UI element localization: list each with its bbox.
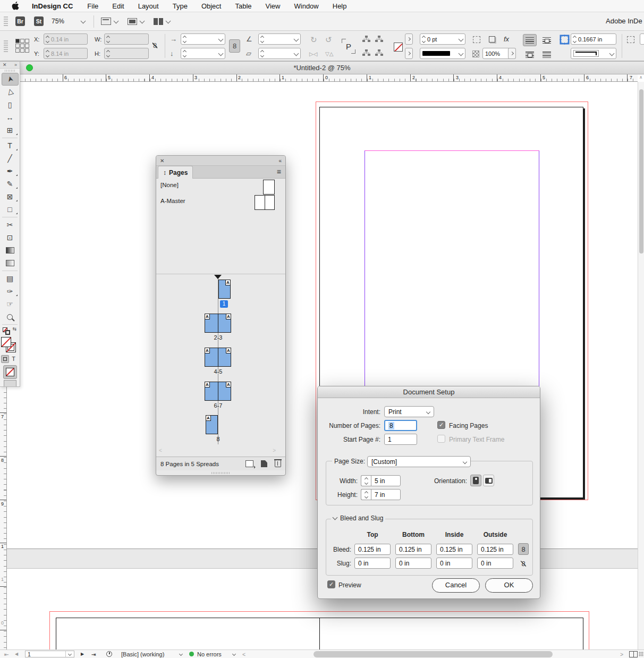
flip-vertical-icon[interactable]: ▽△ <box>325 51 333 57</box>
formatting-affects-text-button[interactable]: T <box>12 356 15 362</box>
pages-panel-menu-icon[interactable]: ≡ <box>277 167 281 176</box>
apply-none-button[interactable] <box>3 365 17 379</box>
page-size-dropdown[interactable]: [Custom] <box>367 456 471 467</box>
app-menu-indesign[interactable]: InDesign CC <box>24 2 80 10</box>
height-field[interactable]: 7 in <box>371 489 401 500</box>
rotate-cw-icon[interactable]: ↻ <box>310 35 317 45</box>
pages-panel-titlebar[interactable]: ✕ « <box>156 156 285 166</box>
menu-help[interactable]: Help <box>326 2 354 10</box>
frame-fitting-proxy[interactable] <box>561 36 568 43</box>
number-of-pages-field[interactable]: 8 <box>384 420 417 431</box>
stroke-weight-stepper[interactable] <box>422 36 425 43</box>
free-transform-tool[interactable]: ⊡ <box>2 231 19 244</box>
menu-object[interactable]: Object <box>194 2 228 10</box>
spread-6-7-label[interactable]: 6-7 <box>156 402 280 409</box>
apple-icon[interactable] <box>12 2 19 10</box>
delete-page-icon[interactable] <box>275 460 281 467</box>
menu-table[interactable]: Table <box>228 2 258 10</box>
bleed-slug-legend[interactable]: Bleed and Slug <box>331 514 385 522</box>
gap-stepper[interactable] <box>573 36 576 43</box>
cancel-button[interactable]: Cancel <box>432 578 480 593</box>
tools-panel-grip[interactable] <box>0 69 20 73</box>
rotate-ccw-icon[interactable]: ↺ <box>325 35 332 45</box>
distribute-vertical-icon[interactable] <box>362 49 370 56</box>
tools-expand-icon[interactable]: » <box>14 62 17 68</box>
screen-mode-button[interactable] <box>4 380 16 386</box>
h-stepper[interactable] <box>107 50 109 57</box>
corner-style-dropdown[interactable] <box>571 48 616 59</box>
distribute-horizontal-icon[interactable] <box>375 49 383 56</box>
next-page-icon[interactable]: ▶ <box>81 651 84 657</box>
corner-options-icon[interactable] <box>473 36 480 43</box>
preview-checkbox[interactable]: ✓ <box>327 580 335 588</box>
formatting-affects-container-button[interactable] <box>1 355 9 363</box>
page-number-field[interactable]: 1 <box>25 651 74 657</box>
width-field[interactable]: 5 in <box>371 475 401 486</box>
intent-dropdown[interactable]: Print <box>384 406 434 417</box>
errors-chevron-icon[interactable] <box>232 652 236 656</box>
page-1-thumbnail[interactable]: A <box>218 280 231 299</box>
stroke-expand-button[interactable] <box>405 33 413 45</box>
pages-scroll-right-icon[interactable]: > <box>273 448 276 453</box>
edit-page-size-icon[interactable] <box>245 460 253 467</box>
controlbar-grip[interactable] <box>4 40 8 52</box>
gap-tool[interactable]: ↔ <box>2 111 19 124</box>
first-page-icon[interactable]: ⇤ <box>4 651 9 657</box>
master-none-label[interactable]: [None] <box>160 182 179 188</box>
object-style-icon[interactable] <box>627 36 634 43</box>
opacity-icon[interactable] <box>472 50 479 57</box>
horizontal-scrollbar-thumb[interactable] <box>313 651 553 657</box>
page-1-label[interactable]: 1 <box>220 300 228 308</box>
scale-x-field[interactable] <box>181 33 225 45</box>
preflight-status-text[interactable]: No errors <box>197 651 222 657</box>
select-container-proxy[interactable]: P <box>342 39 355 54</box>
pages-collapse-icon[interactable]: « <box>278 158 282 164</box>
master-a-label[interactable]: A-Master <box>160 198 185 204</box>
zoom-level-value[interactable]: 75% <box>52 18 64 25</box>
fill-swatch[interactable] <box>1 337 11 347</box>
start-page-field[interactable]: 1 <box>384 434 417 445</box>
slug-outside-field[interactable]: 0 in <box>477 558 513 569</box>
pages-panel-resize-grip[interactable] <box>156 470 285 476</box>
menu-layout[interactable]: Layout <box>131 2 166 10</box>
preflight-profile-text[interactable]: [Basic] (working) <box>121 651 164 657</box>
scale-x-stepper[interactable] <box>183 36 186 43</box>
scroll-left-icon[interactable]: < <box>242 651 245 657</box>
eyedropper-tool[interactable]: ✑ <box>2 285 19 298</box>
slug-top-field[interactable]: 0 in <box>354 558 391 569</box>
pencil-tool[interactable]: ✎ <box>2 178 19 190</box>
menu-type[interactable]: Type <box>166 2 194 10</box>
shear-stepper[interactable] <box>261 50 264 57</box>
slug-broken-link-button[interactable]: 8 <box>518 558 529 569</box>
gradient-swatch-tool[interactable] <box>2 244 19 257</box>
line-tool[interactable]: ╱ <box>2 152 19 165</box>
last-page-icon[interactable]: ⇥ <box>91 651 96 657</box>
height-stepper[interactable] <box>361 489 371 500</box>
bleed-inside-field[interactable]: 0.125 in <box>436 544 472 555</box>
ok-button[interactable]: OK <box>485 578 533 593</box>
slug-bottom-field[interactable]: 0 in <box>395 558 431 569</box>
menu-window[interactable]: Window <box>287 2 326 10</box>
frame-tool[interactable]: ⊠ <box>2 190 19 203</box>
effects-fx-icon[interactable]: fx <box>504 35 509 43</box>
type-tool[interactable]: T <box>2 139 19 152</box>
pages-scroll-left-icon[interactable]: < <box>159 448 162 453</box>
space-horizontal-icon[interactable] <box>375 36 383 43</box>
gap-field[interactable]: 0.1667 in <box>571 33 616 45</box>
corner-shape-icon[interactable] <box>489 36 495 43</box>
stroke-none-swatch[interactable] <box>394 43 403 52</box>
swap-fill-stroke-icon[interactable]: ⇆ <box>12 326 16 332</box>
appbar-grip[interactable] <box>4 16 8 27</box>
screen-mode-chevron-icon[interactable] <box>140 19 145 24</box>
vertical-scrollbar[interactable] <box>638 82 644 649</box>
menu-edit[interactable]: Edit <box>105 2 131 10</box>
orientation-portrait-button[interactable] <box>470 475 481 486</box>
scroll-right-icon[interactable]: > <box>620 651 623 657</box>
menu-file[interactable]: File <box>80 2 105 10</box>
spread-2-3-label[interactable]: 2-3 <box>156 334 280 341</box>
window-zoom-traffic-light[interactable] <box>26 64 33 71</box>
gradient-feather-tool[interactable] <box>2 257 19 269</box>
page-8-label[interactable]: 8 <box>156 436 280 442</box>
spread-2-3-thumbnail[interactable]: A A <box>205 314 231 333</box>
dialog-title[interactable]: Document Setup <box>318 386 540 398</box>
